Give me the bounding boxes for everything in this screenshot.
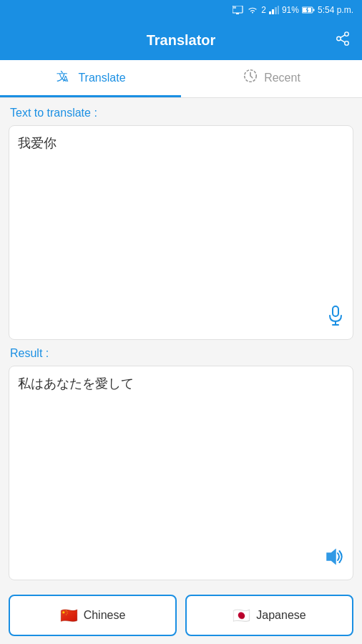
status-icons: 2 91% 5:54 p.m. [233, 5, 353, 15]
chinese-label: Chinese [84, 609, 126, 622]
translate-icon: 文 A [55, 67, 72, 88]
svg-rect-4 [272, 9, 274, 14]
result-text: 私はあなたを愛して [18, 375, 344, 542]
svg-rect-5 [275, 7, 277, 14]
tab-translate[interactable]: 文 A Translate [0, 60, 181, 97]
chinese-language-button[interactable]: 🇨🇳 Chinese [9, 595, 177, 636]
battery-text: 91% [282, 5, 299, 15]
svg-rect-3 [269, 11, 271, 14]
tab-bar: 文 A Translate Recent [0, 60, 362, 98]
japanese-language-button[interactable]: 🇯🇵 Japanese [185, 595, 353, 636]
svg-rect-1 [236, 13, 239, 14]
svg-rect-21 [333, 306, 338, 316]
main-content: Text to translate : 我爱你 Result : 私はあなたを愛… [0, 98, 362, 644]
recent-icon [243, 68, 258, 87]
tab-recent-label: Recent [264, 72, 300, 84]
japanese-flag: 🇯🇵 [233, 607, 250, 624]
svg-rect-8 [313, 9, 314, 11]
language-bar: 🇨🇳 Chinese 🇯🇵 Japanese [9, 587, 353, 644]
speaker-button[interactable] [324, 547, 344, 571]
share-button[interactable] [335, 31, 351, 50]
signal-icon [269, 6, 279, 14]
tab-translate-label: Translate [78, 72, 125, 84]
battery-icon [302, 6, 315, 14]
svg-line-16 [341, 39, 345, 42]
japanese-label: Japanese [256, 609, 305, 622]
recent-tab-icon [243, 68, 258, 84]
volume-icon [324, 547, 344, 566]
wifi-icon [247, 6, 258, 14]
result-section: Result : 私はあなたを愛して [9, 347, 353, 580]
app-header: Translator [0, 20, 362, 60]
svg-point-13 [345, 31, 349, 36]
input-text-box: 我爱你 [9, 125, 353, 340]
share-icon [335, 31, 351, 47]
network-badge: 2 [261, 5, 266, 15]
svg-marker-24 [327, 550, 336, 564]
chinese-flag: 🇨🇳 [60, 607, 78, 624]
svg-rect-6 [278, 6, 279, 14]
status-bar: 2 91% 5:54 p.m. [0, 0, 362, 20]
translate-input[interactable]: 我爱你 [18, 135, 344, 302]
tab-recent[interactable]: Recent [181, 60, 362, 97]
input-section: Text to translate : 我爱你 [9, 107, 353, 340]
svg-point-14 [337, 36, 341, 41]
result-text-box: 私はあなたを愛して [9, 366, 353, 580]
translate-tab-icon: 文 A [55, 67, 72, 84]
svg-line-17 [341, 34, 345, 37]
microphone-button[interactable] [327, 306, 344, 331]
screencast-icon [233, 6, 244, 14]
input-label: Text to translate : [9, 107, 353, 119]
mic-icon [327, 306, 344, 326]
time-display: 5:54 p.m. [318, 5, 353, 15]
svg-point-15 [345, 41, 349, 44]
svg-rect-2 [233, 6, 236, 9]
result-label: Result : [9, 347, 353, 360]
app-title: Translator [147, 32, 216, 49]
svg-text:A: A [63, 74, 69, 83]
